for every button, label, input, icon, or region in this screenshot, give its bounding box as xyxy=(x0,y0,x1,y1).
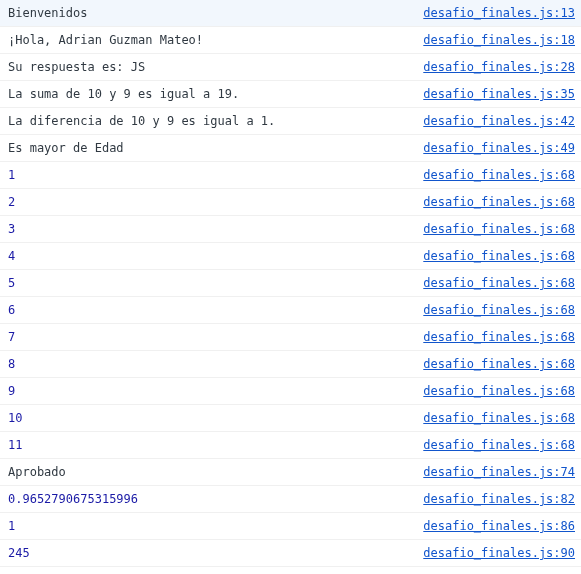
console-message: 9 xyxy=(8,382,413,400)
source-link[interactable]: desafio_finales.js:68 xyxy=(413,301,575,319)
console-message: 11 xyxy=(8,436,413,454)
source-link[interactable]: desafio_finales.js:68 xyxy=(413,193,575,211)
console-output: Bienvenidosdesafio_finales.js:13¡Hola, A… xyxy=(0,0,581,567)
source-link[interactable]: desafio_finales.js:35 xyxy=(413,85,575,103)
source-link[interactable]: desafio_finales.js:68 xyxy=(413,328,575,346)
console-message: 3 xyxy=(8,220,413,238)
console-message: 245 xyxy=(8,544,413,562)
console-row: Es mayor de Edaddesafio_finales.js:49 xyxy=(0,135,581,162)
source-link[interactable]: desafio_finales.js:86 xyxy=(413,517,575,535)
console-row: 1desafio_finales.js:86 xyxy=(0,513,581,540)
console-row: 7desafio_finales.js:68 xyxy=(0,324,581,351)
console-row: 8desafio_finales.js:68 xyxy=(0,351,581,378)
console-row: La suma de 10 y 9 es igual a 19.desafio_… xyxy=(0,81,581,108)
console-message: ¡Hola, Adrian Guzman Mateo! xyxy=(8,31,413,49)
console-message: 4 xyxy=(8,247,413,265)
console-row: 1desafio_finales.js:68 xyxy=(0,162,581,189)
source-link[interactable]: desafio_finales.js:68 xyxy=(413,436,575,454)
source-link[interactable]: desafio_finales.js:90 xyxy=(413,544,575,562)
console-row: 9desafio_finales.js:68 xyxy=(0,378,581,405)
console-message: 1 xyxy=(8,517,413,535)
source-link[interactable]: desafio_finales.js:82 xyxy=(413,490,575,508)
source-link[interactable]: desafio_finales.js:13 xyxy=(413,4,575,22)
console-message: 10 xyxy=(8,409,413,427)
source-link[interactable]: desafio_finales.js:18 xyxy=(413,31,575,49)
console-message: 6 xyxy=(8,301,413,319)
console-message: La diferencia de 10 y 9 es igual a 1. xyxy=(8,112,413,130)
console-row: Bienvenidosdesafio_finales.js:13 xyxy=(0,0,581,27)
console-message: 7 xyxy=(8,328,413,346)
console-row: 10desafio_finales.js:68 xyxy=(0,405,581,432)
source-link[interactable]: desafio_finales.js:68 xyxy=(413,247,575,265)
console-row: 11desafio_finales.js:68 xyxy=(0,432,581,459)
source-link[interactable]: desafio_finales.js:49 xyxy=(413,139,575,157)
console-row: La diferencia de 10 y 9 es igual a 1.des… xyxy=(0,108,581,135)
console-row: 3desafio_finales.js:68 xyxy=(0,216,581,243)
source-link[interactable]: desafio_finales.js:68 xyxy=(413,382,575,400)
source-link[interactable]: desafio_finales.js:74 xyxy=(413,463,575,481)
console-row: Su respuesta es: JSdesafio_finales.js:28 xyxy=(0,54,581,81)
source-link[interactable]: desafio_finales.js:68 xyxy=(413,355,575,373)
console-row: Aprobadodesafio_finales.js:74 xyxy=(0,459,581,486)
console-message: 5 xyxy=(8,274,413,292)
console-message: Bienvenidos xyxy=(8,4,413,22)
source-link[interactable]: desafio_finales.js:68 xyxy=(413,274,575,292)
console-message: Aprobado xyxy=(8,463,413,481)
console-message: Es mayor de Edad xyxy=(8,139,413,157)
console-row: ¡Hola, Adrian Guzman Mateo!desafio_final… xyxy=(0,27,581,54)
console-message: La suma de 10 y 9 es igual a 19. xyxy=(8,85,413,103)
console-row: 245desafio_finales.js:90 xyxy=(0,540,581,567)
source-link[interactable]: desafio_finales.js:68 xyxy=(413,220,575,238)
source-link[interactable]: desafio_finales.js:42 xyxy=(413,112,575,130)
console-message: 2 xyxy=(8,193,413,211)
source-link[interactable]: desafio_finales.js:28 xyxy=(413,58,575,76)
console-row: 6desafio_finales.js:68 xyxy=(0,297,581,324)
source-link[interactable]: desafio_finales.js:68 xyxy=(413,166,575,184)
console-message: 8 xyxy=(8,355,413,373)
console-message: 1 xyxy=(8,166,413,184)
console-message: Su respuesta es: JS xyxy=(8,58,413,76)
console-row: 2desafio_finales.js:68 xyxy=(0,189,581,216)
source-link[interactable]: desafio_finales.js:68 xyxy=(413,409,575,427)
console-message: 0.9652790675315996 xyxy=(8,490,413,508)
console-row: 0.9652790675315996desafio_finales.js:82 xyxy=(0,486,581,513)
console-row: 4desafio_finales.js:68 xyxy=(0,243,581,270)
console-row: 5desafio_finales.js:68 xyxy=(0,270,581,297)
